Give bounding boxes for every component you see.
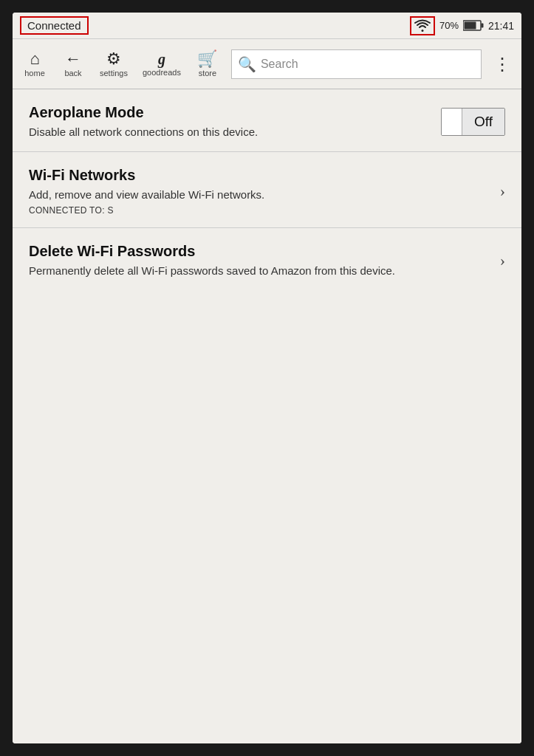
- aeroplane-mode-text: Aeroplane Mode Disable all network conne…: [29, 104, 441, 140]
- goodreads-nav-item[interactable]: g goodreads: [135, 47, 188, 81]
- search-icon: 🔍: [238, 55, 256, 73]
- store-icon: 🛒: [197, 51, 217, 67]
- aeroplane-toggle[interactable]: Off: [441, 108, 505, 136]
- home-icon: ⌂: [30, 51, 39, 67]
- clock: 21:41: [488, 20, 514, 32]
- goodreads-icon: g: [158, 52, 165, 66]
- wifi-networks-sub: CONNECTED TO: S: [29, 205, 488, 216]
- status-left: Connected: [20, 16, 89, 35]
- wifi-networks-desc: Add, remove and view available Wi-Fi net…: [29, 187, 488, 202]
- delete-wifi-section[interactable]: Delete Wi-Fi Passwords Permanently delet…: [13, 228, 521, 290]
- store-nav-item[interactable]: 🛒 store: [188, 47, 227, 82]
- toggle-label: Off: [462, 108, 504, 136]
- settings-label: settings: [100, 69, 128, 78]
- toggle-indicator: [442, 108, 462, 136]
- wifi-networks-chevron: ›: [500, 182, 505, 201]
- status-bar: Connected 70% 21:41: [13, 13, 521, 39]
- home-nav-item[interactable]: ⌂ home: [16, 47, 54, 82]
- connected-label: Connected: [27, 19, 81, 32]
- delete-wifi-text: Delete Wi-Fi Passwords Permanently delet…: [29, 243, 500, 278]
- settings-content: Aeroplane Mode Disable all network conne…: [13, 89, 521, 743]
- connected-badge: Connected: [20, 16, 89, 35]
- back-label: back: [64, 69, 81, 78]
- back-icon: ←: [65, 51, 81, 67]
- aeroplane-mode-title: Aeroplane Mode: [29, 104, 429, 121]
- more-button[interactable]: ⋮: [486, 48, 518, 80]
- aeroplane-toggle-container[interactable]: Off: [441, 108, 505, 136]
- aeroplane-mode-desc: Disable all network connections on this …: [29, 124, 429, 140]
- svg-rect-1: [481, 24, 483, 28]
- kindle-device: Connected 70% 21:41 ⌂: [13, 13, 521, 743]
- svg-rect-2: [464, 22, 476, 30]
- search-placeholder: Search: [261, 58, 298, 71]
- delete-wifi-title: Delete Wi-Fi Passwords: [29, 243, 488, 260]
- home-label: home: [24, 69, 45, 78]
- wifi-networks-title: Wi-Fi Networks: [29, 167, 488, 184]
- delete-wifi-chevron: ›: [500, 251, 505, 270]
- back-nav-item[interactable]: ← back: [54, 47, 92, 82]
- store-label: store: [199, 69, 216, 78]
- wifi-icon: [414, 19, 431, 32]
- battery-percent: 70%: [439, 20, 459, 31]
- battery-icon: [463, 20, 484, 31]
- aeroplane-mode-section[interactable]: Aeroplane Mode Disable all network conne…: [13, 89, 521, 152]
- status-right: 70% 21:41: [410, 16, 514, 35]
- delete-wifi-desc: Permanently delete all Wi-Fi passwords s…: [29, 263, 488, 278]
- settings-icon: ⚙: [106, 51, 121, 67]
- wifi-networks-section[interactable]: Wi-Fi Networks Add, remove and view avai…: [13, 152, 521, 228]
- nav-bar: ⌂ home ← back ⚙ settings g goodreads 🛒 s…: [13, 39, 521, 89]
- settings-nav-item[interactable]: ⚙ settings: [92, 47, 135, 82]
- wifi-icon-wrap: [410, 16, 435, 35]
- search-bar[interactable]: 🔍 Search: [231, 49, 482, 79]
- wifi-networks-text: Wi-Fi Networks Add, remove and view avai…: [29, 167, 500, 216]
- goodreads-label: goodreads: [143, 68, 181, 77]
